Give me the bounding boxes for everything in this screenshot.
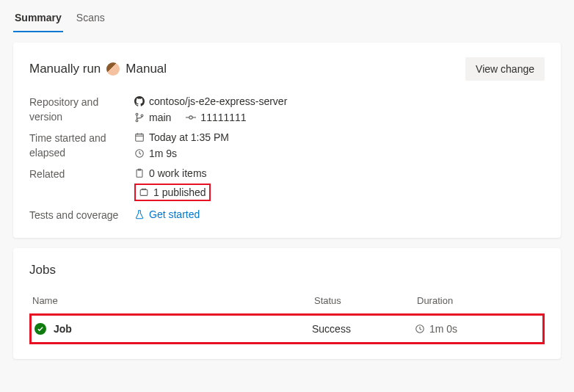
tab-scans[interactable]: Scans <box>75 7 106 32</box>
svg-point-0 <box>136 113 138 115</box>
get-started-link[interactable]: Get started <box>149 208 200 220</box>
elapsed-line: 1m 9s <box>134 148 545 159</box>
job-name-cell: Job <box>34 323 312 335</box>
col-duration: Duration <box>417 295 542 306</box>
svg-point-3 <box>189 116 192 119</box>
tests-line[interactable]: Get started <box>134 208 545 220</box>
work-items-text: 0 work items <box>149 167 207 179</box>
label-time: Time started and elapsed <box>29 131 128 160</box>
label-repo: Repository and version <box>29 95 128 124</box>
info-grid: Repository and version contoso/js-e2e-ex… <box>29 95 545 223</box>
value-repo: contoso/js-e2e-express-server main 11111… <box>134 95 545 123</box>
job-duration-text: 1m 0s <box>429 323 457 335</box>
branch-name[interactable]: main <box>149 112 171 123</box>
branch-icon <box>134 112 145 123</box>
value-related: 0 work items 1 published <box>134 167 545 201</box>
col-name: Name <box>32 295 314 306</box>
github-icon <box>134 96 145 106</box>
clipboard-icon <box>134 168 145 178</box>
commit-icon <box>186 112 196 123</box>
clock-icon <box>134 148 145 159</box>
branch-commit-line: main 11111111 <box>134 112 545 123</box>
svg-point-2 <box>141 115 143 117</box>
published-highlight: 1 published <box>134 184 545 201</box>
avatar <box>106 62 120 76</box>
artifact-icon <box>139 187 149 197</box>
col-status: Status <box>314 295 417 306</box>
jobs-title: Jobs <box>29 263 545 277</box>
label-related: Related <box>29 167 128 182</box>
jobs-card: Jobs Name Status Duration Job Success 1m… <box>13 248 561 359</box>
tab-summary[interactable]: Summary <box>13 7 63 32</box>
repo-line[interactable]: contoso/js-e2e-express-server <box>134 95 545 107</box>
label-tests: Tests and coverage <box>29 208 128 223</box>
jobs-header: Name Status Duration <box>29 291 545 313</box>
started-line: Today at 1:35 PM <box>134 131 545 143</box>
calendar-icon <box>134 132 145 142</box>
flask-icon <box>134 209 145 219</box>
work-items-line[interactable]: 0 work items <box>134 167 545 179</box>
view-change-button[interactable]: View change <box>465 57 545 81</box>
summary-header: Manually run Manual View change <box>29 57 545 81</box>
value-tests: Get started <box>134 208 545 220</box>
summary-card: Manually run Manual View change Reposito… <box>13 43 561 238</box>
published-link[interactable]: 1 published <box>153 186 206 198</box>
commit-hash[interactable]: 11111111 <box>200 112 246 123</box>
svg-point-1 <box>136 120 138 122</box>
svg-rect-11 <box>137 170 142 178</box>
elapsed-text: 1m 9s <box>149 148 177 159</box>
job-status-cell: Success <box>312 323 415 335</box>
tab-bar: Summary Scans <box>0 0 574 32</box>
svg-rect-6 <box>136 134 144 142</box>
svg-rect-13 <box>140 190 148 196</box>
run-title-prefix: Manually run <box>29 62 101 76</box>
value-time: Today at 1:35 PM 1m 9s <box>134 131 545 159</box>
success-icon <box>34 323 46 335</box>
clock-icon <box>415 324 425 334</box>
repo-name: contoso/js-e2e-express-server <box>149 95 287 107</box>
job-duration-cell: 1m 0s <box>415 323 540 335</box>
job-row-highlight: Job Success 1m 0s <box>29 313 545 344</box>
job-row[interactable]: Job Success 1m 0s <box>32 316 542 342</box>
run-title-suffix: Manual <box>126 62 167 76</box>
run-title: Manually run Manual <box>29 62 167 76</box>
job-name-text: Job <box>54 323 72 335</box>
started-text: Today at 1:35 PM <box>149 131 229 143</box>
